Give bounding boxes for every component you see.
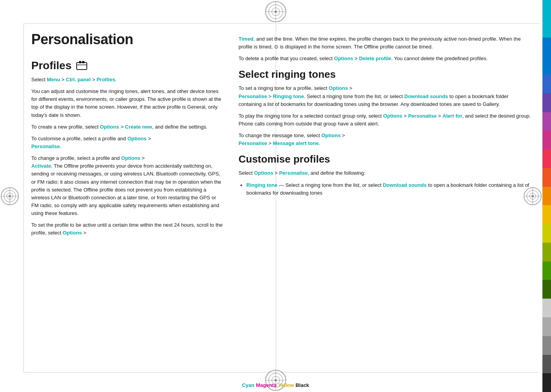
color-tab (542, 75, 551, 93)
color-tab (542, 56, 551, 75)
top-circle (264, 0, 287, 23)
color-tab (542, 187, 551, 206)
customise-bullet-list: Ringing tone — Select a ringing tone fro… (239, 181, 531, 197)
personalise-link-2[interactable]: Personalise (239, 93, 267, 99)
color-tab (542, 205, 551, 224)
color-tabs (542, 0, 551, 392)
options-link-9[interactable]: Options (254, 170, 273, 176)
svg-rect-25 (79, 61, 81, 63)
options-link-4[interactable]: Options (63, 230, 82, 236)
options-link-1[interactable]: Options (100, 124, 119, 130)
options-link-7[interactable]: Options (383, 113, 402, 119)
personalise-link-4[interactable]: Personalise (239, 140, 267, 146)
color-tab (542, 93, 551, 112)
top-rule (23, 23, 539, 24)
profiles-para2: To create a new profile, select Options … (31, 123, 223, 131)
color-tab (542, 336, 551, 355)
options-link-8[interactable]: Options (321, 132, 341, 138)
profiles-para5: To set the profile to be active until a … (31, 221, 223, 237)
profiles-para1: You can adjust and customise the ringing… (31, 88, 223, 119)
customise-profiles-heading: Customise profiles (239, 153, 531, 165)
profiles-link[interactable]: Profiles (97, 77, 115, 82)
profiles-para4: To change a profile, select a profile an… (31, 154, 223, 217)
menu-link[interactable]: Menu (47, 77, 60, 82)
ringing-tone-link[interactable]: Ringing tone (273, 93, 304, 99)
ringing-tones-heading: Select ringing tones (239, 68, 531, 81)
options-link-2[interactable]: Options (127, 136, 147, 141)
profiles-heading: Profiles (31, 59, 72, 72)
timed-link[interactable]: Timed (239, 36, 253, 42)
customise-para1: Select Options > Personalise, and define… (239, 169, 531, 177)
alert-for-link[interactable]: Alert for (443, 113, 463, 119)
print-black: Black (296, 382, 309, 388)
profiles-section-heading: Profiles (31, 59, 223, 72)
color-tab (542, 261, 551, 280)
color-tab (542, 355, 551, 374)
color-tab (542, 280, 551, 299)
options-link-3[interactable]: Options (121, 155, 140, 161)
create-new-link[interactable]: Create new (125, 124, 152, 130)
options-link-5[interactable]: Options (334, 55, 353, 61)
bottom-circle (264, 369, 287, 392)
color-tab (542, 38, 551, 56)
ctrl-panel-link[interactable]: Ctrl. panel (66, 77, 91, 82)
color-tab (542, 299, 551, 317)
bullet-ringing-tone: Ringing tone — Select a ringing tone fro… (246, 181, 531, 197)
left-circle (0, 186, 20, 206)
profiles-para3: To customise a profile, select a profile… (31, 135, 223, 150)
personalise-link-3[interactable]: Personalise (408, 113, 437, 119)
timed-para2: To delete a profile that you created, se… (239, 55, 531, 63)
color-tab (542, 224, 551, 243)
ringing-tone-bullet-label: Ringing tone (246, 182, 277, 188)
delete-profile-link[interactable]: Delete profile (359, 55, 391, 61)
color-tab (542, 0, 551, 19)
options-link-6[interactable]: Options (329, 85, 348, 91)
activate-link[interactable]: Activate (31, 163, 51, 169)
profiles-icon (75, 59, 88, 72)
svg-rect-24 (77, 63, 87, 70)
ringing-para2: To play the ringing tone for a selected … (239, 112, 531, 128)
print-magenta: Magenta (256, 382, 276, 388)
left-column: Personalisation Profiles Select Menu > C… (31, 31, 223, 369)
color-tab (542, 149, 551, 168)
personalise-link-5[interactable]: Personalise (279, 170, 308, 176)
ringing-para1: To set a ringing tone for a profile, sel… (239, 84, 531, 108)
color-tab (542, 131, 551, 149)
profiles-intro: Select Menu > Ctrl. panel > Profiles. (31, 76, 223, 84)
print-yellow: Yellow (278, 382, 294, 388)
color-tab (542, 112, 551, 131)
color-tab (542, 19, 551, 38)
color-tab (542, 243, 551, 261)
message-alert-link[interactable]: Message alert tone (273, 140, 319, 146)
main-content: Personalisation Profiles Select Menu > C… (31, 31, 531, 369)
right-column: Timed, and set the time. When the time e… (239, 31, 531, 369)
ringing-para3: To change the message tone, select Optio… (239, 132, 531, 147)
personalise-link-1[interactable]: Personalise (31, 143, 60, 149)
color-tab (542, 317, 551, 336)
timed-para1: Timed, and set the time. When the time e… (239, 35, 531, 51)
page-title: Personalisation (31, 31, 223, 48)
download-sounds-link-2[interactable]: Download sounds (383, 182, 427, 188)
left-rule (23, 23, 24, 372)
color-tab (542, 168, 551, 187)
print-cyan: Cyan (242, 382, 255, 388)
print-footer: Cyan Magenta Yellow Black (242, 382, 309, 388)
svg-rect-26 (82, 61, 84, 63)
color-tab (542, 373, 551, 392)
download-sounds-link-1[interactable]: Download sounds (404, 93, 448, 99)
